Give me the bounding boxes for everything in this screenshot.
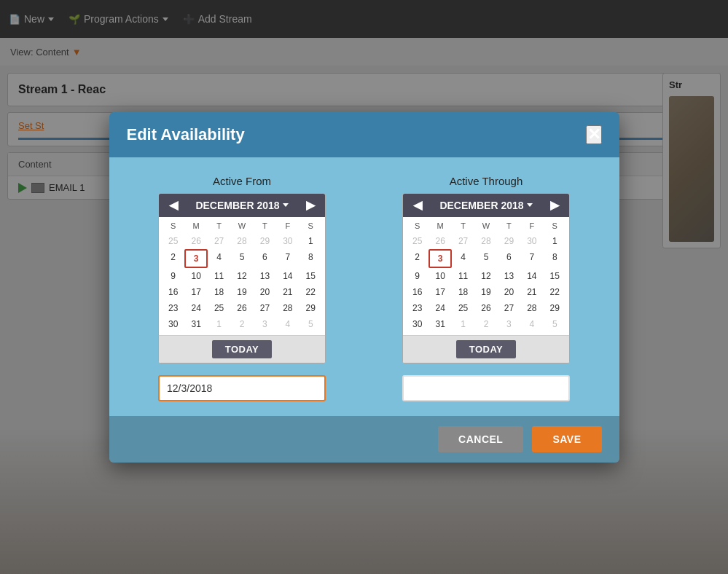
cal-day[interactable]: 28	[520, 300, 543, 316]
cal-day[interactable]: 19	[230, 284, 253, 300]
cancel-button[interactable]: CANCEL	[438, 426, 523, 452]
cal-through-today-button[interactable]: TODAY	[456, 340, 517, 358]
cal-day[interactable]: 2	[162, 249, 184, 268]
cal-day[interactable]: 1	[208, 316, 230, 332]
cal-day[interactable]: 5	[474, 249, 497, 268]
cal-day[interactable]: 23	[162, 300, 184, 316]
cal-day[interactable]: 12	[474, 268, 497, 284]
cal-day[interactable]: 1	[544, 233, 566, 249]
cal-day[interactable]: 2	[406, 249, 428, 268]
cal-day[interactable]: 28	[230, 233, 253, 249]
cal-day[interactable]: 9	[406, 268, 428, 284]
cal-day[interactable]: 3	[498, 316, 520, 332]
cal-day[interactable]: 7	[276, 249, 299, 268]
cal-day[interactable]: 2	[474, 316, 497, 332]
cal-day[interactable]: 25	[452, 300, 474, 316]
cal-day[interactable]: 21	[520, 284, 543, 300]
cal-through-week-4: 16 17 18 19 20 21 22	[406, 284, 566, 300]
cal-day[interactable]: 26	[474, 300, 497, 316]
cal-day[interactable]: 26	[428, 233, 451, 249]
cal-day[interactable]: 17	[184, 284, 207, 300]
cal-day[interactable]: 18	[208, 284, 230, 300]
cal-day[interactable]: 30	[520, 233, 543, 249]
cal-day[interactable]: 4	[520, 316, 543, 332]
cal-day[interactable]: 4	[208, 249, 230, 268]
cal-day[interactable]: 27	[254, 300, 276, 316]
cal-day[interactable]: 14	[520, 268, 543, 284]
cal-day[interactable]: 25	[406, 233, 428, 249]
cal-day[interactable]: 27	[498, 300, 520, 316]
cal-day[interactable]: 19	[474, 284, 497, 300]
cal-day[interactable]: 30	[276, 233, 299, 249]
cal-through-next-button[interactable]: ▶	[546, 198, 563, 213]
dow-f1: F	[276, 220, 299, 232]
save-button[interactable]: SAVE	[532, 426, 601, 452]
cal-day[interactable]: 31	[428, 316, 451, 332]
cal-day[interactable]: 24	[428, 300, 451, 316]
active-through-date-input[interactable]	[402, 375, 570, 401]
cal-day[interactable]: 15	[300, 268, 322, 284]
cal-from-next-button[interactable]: ▶	[302, 198, 319, 213]
cal-day[interactable]: 1	[300, 233, 322, 249]
cal-day[interactable]: 8	[300, 249, 322, 268]
cal-day[interactable]: 26	[184, 233, 207, 249]
cal-day[interactable]: 12	[230, 268, 253, 284]
cal-day[interactable]: 25	[208, 300, 230, 316]
cal-day[interactable]: 22	[300, 284, 322, 300]
cal-day[interactable]: 6	[498, 249, 520, 268]
cal-day-selected[interactable]: 3	[184, 249, 207, 268]
cal-day[interactable]: 28	[276, 300, 299, 316]
cal-day[interactable]: 16	[406, 284, 428, 300]
cal-day[interactable]: 2	[230, 316, 253, 332]
dow-f1: F	[520, 220, 543, 232]
cal-day[interactable]: 4	[452, 249, 474, 268]
cal-day[interactable]: 6	[254, 249, 276, 268]
cal-day[interactable]: 24	[184, 300, 207, 316]
cal-day[interactable]: 29	[498, 233, 520, 249]
cal-day[interactable]: 21	[276, 284, 299, 300]
cal-day[interactable]: 31	[184, 316, 207, 332]
cal-day[interactable]: 29	[300, 300, 322, 316]
cal-day[interactable]: 5	[230, 249, 253, 268]
active-through-calendar: ◀ DECEMBER 2018 ▶ S M T	[402, 193, 570, 363]
cal-day[interactable]: 20	[254, 284, 276, 300]
cal-day[interactable]: 14	[276, 268, 299, 284]
cal-day[interactable]: 7	[520, 249, 543, 268]
cal-day[interactable]: 25	[162, 233, 184, 249]
cal-day[interactable]: 27	[452, 233, 474, 249]
cal-from-today-button[interactable]: TODAY	[212, 340, 273, 358]
cal-day[interactable]: 11	[452, 268, 474, 284]
cal-day[interactable]: 29	[254, 233, 276, 249]
modal-close-button[interactable]: ✕	[586, 125, 602, 144]
cal-day[interactable]: 1	[452, 316, 474, 332]
cal-day[interactable]: 22	[544, 284, 566, 300]
cal-day[interactable]: 10	[184, 268, 207, 284]
cal-day[interactable]: 3	[254, 316, 276, 332]
cal-day[interactable]: 10	[428, 268, 451, 284]
cal-day[interactable]: 27	[208, 233, 230, 249]
cal-day[interactable]: 23	[406, 300, 428, 316]
cal-day[interactable]: 16	[162, 284, 184, 300]
cal-day[interactable]: 18	[452, 284, 474, 300]
cal-day[interactable]: 9	[162, 268, 184, 284]
cal-from-prev-button[interactable]: ◀	[165, 198, 182, 213]
cal-day[interactable]: 15	[544, 268, 566, 284]
cal-day[interactable]: 5	[300, 316, 322, 332]
cal-day[interactable]: 20	[498, 284, 520, 300]
cal-day[interactable]: 28	[474, 233, 497, 249]
cal-through-prev-button[interactable]: ◀	[409, 198, 426, 213]
cal-day[interactable]: 5	[544, 316, 566, 332]
cal-day-selected[interactable]: 3	[428, 249, 451, 268]
cal-day[interactable]: 29	[544, 300, 566, 316]
cal-day[interactable]: 4	[276, 316, 299, 332]
cal-from-week-3: 9 10 11 12 13 14 15	[162, 268, 322, 284]
cal-day[interactable]: 26	[230, 300, 253, 316]
cal-day[interactable]: 8	[544, 249, 566, 268]
cal-day[interactable]: 13	[498, 268, 520, 284]
cal-day[interactable]: 17	[428, 284, 451, 300]
cal-day[interactable]: 13	[254, 268, 276, 284]
cal-day[interactable]: 11	[208, 268, 230, 284]
active-from-date-input[interactable]	[158, 375, 326, 401]
cal-day[interactable]: 30	[406, 316, 428, 332]
cal-day[interactable]: 30	[162, 316, 184, 332]
